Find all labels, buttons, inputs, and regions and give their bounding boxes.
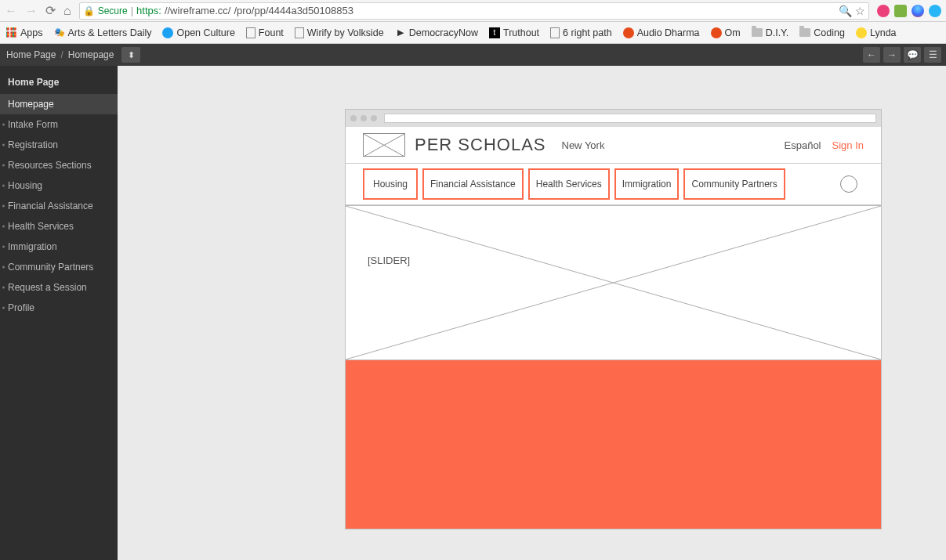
frame-url-bar xyxy=(384,114,876,123)
home-button[interactable]: ⌂ xyxy=(63,5,71,17)
address-bar[interactable]: 🔒 Secure | https: //wireframe.cc/ /pro/p… xyxy=(79,2,869,20)
sidebar-item-registration[interactable]: Registration xyxy=(0,135,118,155)
sidebar-item-intake-form[interactable]: Intake Form xyxy=(0,114,118,135)
sidebar-item-immigration[interactable]: Immigration xyxy=(0,237,118,257)
frame-titlebar xyxy=(346,110,881,127)
url-host: //wireframe.cc/ xyxy=(165,5,231,16)
forward-button[interactable]: → xyxy=(25,5,38,17)
url-path: /pro/pp/4444a3d50108853 xyxy=(234,5,353,16)
breadcrumb-root[interactable]: Home Page xyxy=(6,49,56,60)
nav-immigration[interactable]: Immigration xyxy=(614,168,680,200)
bookmark-item[interactable]: 🎭Arts & Letters Daily xyxy=(54,27,152,38)
nav-financial[interactable]: Financial Assistance xyxy=(422,168,524,200)
bookmark-item[interactable]: Om xyxy=(711,27,741,38)
slider-placeholder: [SLIDER] xyxy=(346,205,881,360)
extension-icon[interactable] xyxy=(877,5,890,17)
sidebar-item-request-session[interactable]: Request a Session xyxy=(0,277,118,298)
language-link[interactable]: Español xyxy=(785,139,821,151)
bookmark-star-icon[interactable]: ☆ xyxy=(855,5,865,17)
bookmark-item[interactable]: ▶DemocracyNow xyxy=(395,27,478,38)
window-dot-icon xyxy=(350,115,357,121)
sitemap-button[interactable]: ⬍ xyxy=(121,47,140,63)
extension-icons xyxy=(877,5,941,17)
sidebar-title: Home Page xyxy=(0,70,118,94)
breadcrumb: Home Page / Homepage ⬍ xyxy=(0,47,147,63)
breadcrumb-current[interactable]: Homepage xyxy=(68,49,114,60)
design-canvas[interactable]: PER SCHOLAS New York Español Sign In Hou… xyxy=(118,66,946,560)
window-dot-icon xyxy=(361,115,367,121)
apps-shortcut[interactable]: Apps xyxy=(6,27,43,38)
bookmark-item[interactable]: Fount xyxy=(246,27,284,38)
content-block xyxy=(346,360,881,529)
lock-icon: 🔒 xyxy=(83,5,95,16)
menu-button[interactable]: ☰ xyxy=(924,47,941,63)
apps-grid-icon xyxy=(6,27,17,38)
bookmark-item[interactable]: 6 right path xyxy=(550,27,612,38)
comments-button[interactable]: 💬 xyxy=(904,47,921,63)
sidebar-item-profile[interactable]: Profile xyxy=(0,298,118,318)
sidebar-item-resources[interactable]: Resources Sections xyxy=(0,155,118,175)
wireframe-browser-frame: PER SCHOLAS New York Español Sign In Hou… xyxy=(345,109,882,529)
slider-label: [SLIDER] xyxy=(368,255,410,266)
evernote-icon[interactable] xyxy=(894,5,907,17)
reload-button[interactable]: ⟳ xyxy=(45,5,56,17)
logo-placeholder xyxy=(363,133,405,157)
browser-toolbar: ← → ⟳ ⌂ 🔒 Secure | https: //wireframe.cc… xyxy=(0,0,946,22)
nav-housing[interactable]: Housing xyxy=(363,168,418,200)
brand-title: PER SCHOLAS xyxy=(415,135,546,155)
window-dot-icon xyxy=(371,115,377,121)
bookmark-folder[interactable]: Coding xyxy=(799,27,845,38)
bookmark-folder[interactable]: D.I.Y. xyxy=(752,27,789,38)
main-area: Home Page Homepage Intake Form Registrat… xyxy=(0,66,946,560)
bookmark-item[interactable]: Lynda xyxy=(856,27,897,38)
search-in-page-icon[interactable]: 🔍 xyxy=(839,5,852,17)
sidebar-item-homepage[interactable]: Homepage xyxy=(0,94,118,114)
apps-label: Apps xyxy=(20,27,43,38)
bookmark-item[interactable]: Audio Dharma xyxy=(623,27,700,38)
signin-link[interactable]: Sign In xyxy=(832,139,864,151)
extension-icon[interactable] xyxy=(929,5,941,17)
location-label: New York xyxy=(562,139,605,151)
back-button[interactable]: ← xyxy=(5,5,17,17)
sidebar: Home Page Homepage Intake Form Registrat… xyxy=(0,66,118,560)
bookmark-item[interactable]: tTruthout xyxy=(489,27,539,38)
bookmark-item[interactable]: Wirify by Volkside xyxy=(295,27,384,38)
sidebar-item-financial[interactable]: Financial Assistance xyxy=(0,196,118,216)
sidebar-item-community[interactable]: Community Partners xyxy=(0,257,118,277)
secure-label: Secure xyxy=(98,5,128,16)
nav-community[interactable]: Community Partners xyxy=(683,168,785,200)
app-top-bar: Home Page / Homepage ⬍ ← → 💬 ☰ cc xyxy=(0,44,946,66)
search-icon[interactable] xyxy=(840,175,857,193)
bookmark-item[interactable]: Open Culture xyxy=(162,27,234,38)
extension-icon[interactable] xyxy=(912,5,924,17)
next-page-button[interactable]: → xyxy=(883,47,901,63)
nav-health[interactable]: Health Services xyxy=(528,168,610,200)
sidebar-item-housing[interactable]: Housing xyxy=(0,175,118,196)
prev-page-button[interactable]: ← xyxy=(863,47,880,63)
main-nav: Housing Financial Assistance Health Serv… xyxy=(346,164,881,205)
site-header: PER SCHOLAS New York Español Sign In xyxy=(346,127,881,164)
url-scheme: https: xyxy=(136,5,161,16)
bookmarks-bar: Apps 🎭Arts & Letters Daily Open Culture … xyxy=(0,22,946,44)
sidebar-item-health[interactable]: Health Services xyxy=(0,216,118,237)
